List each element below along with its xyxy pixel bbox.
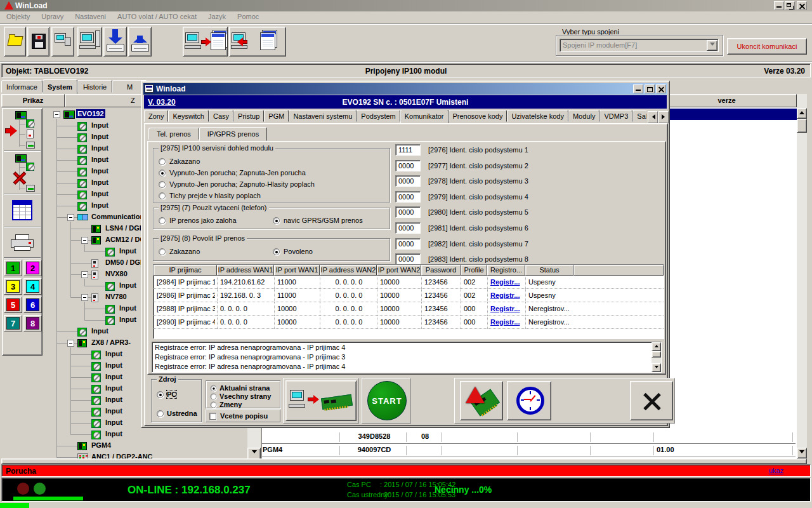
- radio-option[interactable]: Tichy prejde v hlasity poplach: [159, 191, 381, 201]
- column-header-2[interactable]: IP port WAN1: [274, 265, 320, 276]
- radio-icon[interactable]: [159, 181, 166, 188]
- main-vertical-scrollbar[interactable]: [797, 94, 807, 458]
- column-header-5[interactable]: Password: [421, 265, 461, 276]
- tree-item-input[interactable]: Input: [90, 189, 110, 198]
- radio-option[interactable]: Povoleno: [273, 247, 384, 257]
- prikaz-header[interactable]: Prikaz: [1, 94, 65, 107]
- tree-item-input[interactable]: Input: [90, 326, 110, 335]
- column-header-4[interactable]: IP port WAN2: [377, 265, 421, 276]
- receiver-row-3[interactable]: [2988] IP prijimac 30. 0. 0. 0100000. 0.…: [154, 302, 664, 316]
- menu-jazyk[interactable]: Jazyk: [203, 11, 232, 22]
- partition-button-2[interactable]: 2: [23, 260, 42, 276]
- tab-system[interactable]: System: [43, 79, 77, 94]
- tree-expander[interactable]: [53, 111, 60, 118]
- strana-option-1[interactable]: Vsechny strany: [210, 392, 280, 400]
- radio-icon[interactable]: [157, 391, 164, 398]
- tree-item-input[interactable]: Input: [118, 281, 138, 290]
- disconnect-button[interactable]: Ukoncit komunikaci: [727, 38, 807, 55]
- tree-item-dm50-dgp[interactable]: DM50 / DGP: [104, 258, 146, 267]
- computer-button[interactable]: [77, 27, 102, 57]
- tree-item-input[interactable]: Input: [118, 315, 138, 324]
- tree-item-zx8-apr3-[interactable]: ZX8 / APR3-: [90, 338, 132, 347]
- tree-item-input[interactable]: Input: [90, 155, 110, 164]
- minimize-button[interactable]: [774, 1, 784, 10]
- strana-option-2[interactable]: Zmeny: [210, 400, 280, 408]
- error-log-scrollbar[interactable]: [652, 342, 661, 372]
- register-link[interactable]: Registr...: [490, 278, 523, 287]
- error-scroll-up[interactable]: [652, 342, 661, 351]
- ident-input-3[interactable]: 0000: [395, 175, 421, 187]
- dialog-tab-komunikator[interactable]: Komunikator: [400, 110, 449, 123]
- upload-button[interactable]: [128, 27, 152, 57]
- tree-item-pgm4[interactable]: PGM4: [90, 441, 112, 450]
- receive-from-panel-toolbar-button[interactable]: [229, 27, 286, 57]
- column-header-6[interactable]: Profile: [461, 265, 487, 276]
- close-dialog-button[interactable]: [630, 381, 673, 420]
- scroll-up-button[interactable]: [797, 108, 807, 119]
- radio-option[interactable]: IP prenos jako zaloha: [159, 216, 270, 226]
- radio-icon[interactable]: [211, 401, 217, 408]
- dialog-subtab-tel-prenos[interactable]: Tel. prenos: [148, 128, 199, 140]
- send-to-panel-sidebar-button[interactable]: [4, 110, 41, 149]
- tab-historie[interactable]: Historie: [77, 80, 112, 93]
- dialog-tab-pgm[interactable]: PGM: [264, 110, 289, 122]
- tree-expander[interactable]: [81, 237, 88, 244]
- column-header-1[interactable]: IP address WAN1: [217, 265, 274, 276]
- radio-option[interactable]: navic GPRS/GSM prenos: [273, 216, 384, 226]
- tree-expander[interactable]: [67, 214, 74, 221]
- tree-item-input[interactable]: Input: [104, 372, 124, 381]
- download-button[interactable]: [103, 27, 127, 57]
- dialog-tab-moduly[interactable]: Moduly: [568, 110, 599, 122]
- register-link[interactable]: Registr...: [490, 291, 523, 300]
- menu-auto-volat-auto-cekat[interactable]: AUTO volat / AUTO cekat: [112, 11, 203, 22]
- column-header-8[interactable]: Status: [525, 265, 573, 276]
- tab-scroll-left-button[interactable]: [648, 111, 658, 123]
- ident-input-2[interactable]: 0000: [395, 160, 421, 171]
- zdroj-option-pc[interactable]: PC: [157, 390, 200, 400]
- receiver-row-2[interactable]: [2986] IP prijimac 2192.168. 0. 3110000.…: [154, 289, 664, 302]
- tree-item-evo192[interactable]: EVO192: [76, 109, 105, 118]
- radio-icon[interactable]: [159, 158, 166, 165]
- partition-button-1[interactable]: 1: [4, 260, 22, 276]
- radio-icon[interactable]: [159, 217, 166, 224]
- dialog-tab-podsystem[interactable]: Podsystem: [357, 110, 400, 122]
- ident-input-6[interactable]: 0000: [395, 222, 421, 234]
- tree-item-input[interactable]: Input: [104, 429, 124, 438]
- radio-option[interactable]: Vypnuto-Jen porucha; Zapnuta-Jen porucha: [159, 168, 381, 178]
- radio-icon[interactable]: [157, 410, 164, 417]
- partition-button-8[interactable]: 8: [23, 315, 42, 331]
- table-row[interactable]: PGM4940097CD01.00: [261, 444, 796, 457]
- tree-expander[interactable]: [67, 340, 74, 347]
- dialog-minimize-button[interactable]: [633, 84, 643, 93]
- column-header-7[interactable]: Registro...: [487, 265, 525, 276]
- dialog-tab-casy[interactable]: Casy: [209, 110, 233, 122]
- vcetne-popisu-checkbox[interactable]: [209, 413, 216, 420]
- tab-scroll-right-button[interactable]: [658, 111, 669, 123]
- vcetne-popisu-row[interactable]: Vcetne popisu: [206, 410, 280, 422]
- ident-input-4[interactable]: 0000: [395, 191, 421, 203]
- dialog-tab-pristup[interactable]: Pristup: [233, 110, 264, 122]
- tree-item-input[interactable]: Input: [90, 121, 110, 130]
- table-view-button[interactable]: [4, 196, 41, 225]
- ident-input-7[interactable]: 0000: [395, 238, 421, 250]
- save-button[interactable]: [27, 27, 49, 57]
- menu-upravy[interactable]: Upravy: [36, 11, 70, 22]
- dialog-tab-nastaveni-systemu[interactable]: Nastaveni systemu: [289, 110, 357, 122]
- dialog-tab-sablony[interactable]: Sablony: [632, 110, 646, 122]
- disconnect-panel-sidebar-button[interactable]: [4, 153, 41, 192]
- dialog-tab-uzivatelske-kody[interactable]: Uzivatelske kody: [507, 110, 568, 122]
- open-folder-button[interactable]: [4, 27, 26, 57]
- restore-button[interactable]: [785, 1, 795, 10]
- verify-button[interactable]: [460, 381, 503, 420]
- column-header-3[interactable]: IP address WAN2: [320, 265, 377, 276]
- tree-item-communication[interactable]: Communication: [90, 212, 145, 221]
- tree-item-input[interactable]: Input: [90, 178, 110, 187]
- receiver-row-4[interactable]: [2990] IP prijimac 40. 0. 0. 0100000. 0.…: [154, 316, 664, 329]
- register-link[interactable]: Registr...: [490, 305, 523, 314]
- menu-objekty[interactable]: Objekty: [1, 11, 36, 22]
- tree-item-input[interactable]: Input: [118, 246, 138, 255]
- radio-icon[interactable]: [159, 170, 166, 177]
- menu-pomoc[interactable]: Pomoc: [232, 11, 265, 22]
- comm-settings-button[interactable]: [51, 27, 74, 57]
- tree-item-input[interactable]: Input: [90, 201, 110, 210]
